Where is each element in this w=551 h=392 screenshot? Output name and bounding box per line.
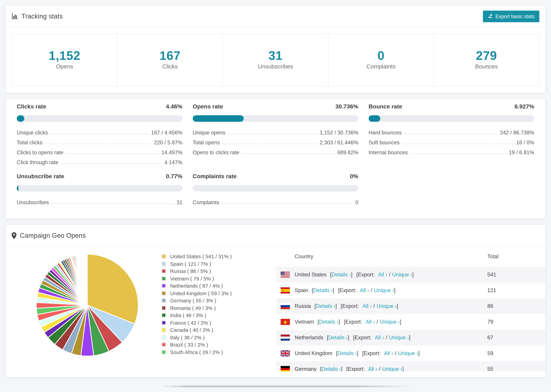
legend-label: Germany ( 55 / 3% ): [170, 298, 216, 304]
export-all-link[interactable]: All ›: [384, 350, 393, 356]
bracket: ]: [357, 350, 359, 356]
legend-label: Netherlands ( 67 / 4% ): [170, 283, 223, 289]
details-link[interactable]: Details ›: [338, 350, 357, 356]
bracket: ]: [412, 272, 414, 277]
rate-row-label: Complaints: [193, 199, 219, 207]
legend-swatch: [162, 328, 166, 332]
legend-label: Spain ( 121 / 7% ): [170, 261, 211, 267]
bracket: ]: [394, 287, 396, 293]
stat-value: 279: [434, 49, 539, 63]
export-all-link[interactable]: All ›: [366, 319, 375, 325]
rate-progress-fill: [369, 115, 380, 122]
legend-item: Italy ( 36 / 2% ): [162, 334, 264, 341]
export-unique-link[interactable]: Unique ›: [377, 303, 397, 309]
table-row: United States [Details ›] [Export: All ›…: [276, 267, 545, 283]
geo-pie-chart: [35, 253, 139, 357]
slash: /: [386, 335, 387, 340]
export-unique-link[interactable]: Unique ›: [389, 335, 409, 340]
legend-item: United States ( 541 / 31% ): [162, 253, 264, 260]
legend-item: South Africa ( 29 / 2% ): [162, 348, 264, 356]
legend-label: France ( 42 / 2% ): [170, 320, 211, 326]
stat-value: 167: [117, 49, 222, 63]
export-all-link[interactable]: All ›: [375, 335, 384, 340]
stat-label: Unsubscribes: [223, 63, 328, 70]
legend-item: Canada ( 40 / 2% ): [162, 326, 264, 334]
geo-opens-title: Campaign Geo Opens: [12, 232, 86, 239]
country-cell: United States [Details ›] [Export: All ›…: [295, 272, 487, 278]
dotted-leader: [402, 144, 514, 144]
stat-value: 1,152: [12, 49, 117, 63]
rate-progress-fill: [17, 115, 24, 122]
country-flag-icon: [281, 335, 290, 341]
legend-item: France ( 42 / 2% ): [162, 319, 264, 326]
export-label: [Export:: [344, 319, 362, 325]
bracket: ]: [348, 335, 349, 340]
table-row: Germany [Details ›] [Export: All ›/Uniqu…: [276, 361, 545, 371]
export-unique-link[interactable]: Unique ›: [382, 366, 402, 371]
dotted-leader: [61, 163, 162, 164]
legend-swatch: [162, 269, 166, 273]
details-link[interactable]: Details ›: [316, 303, 335, 309]
rate-detail-row: Total opens 2,303 / 61.446%: [193, 137, 358, 147]
legend-item: Brazil ( 33 / 2% ): [162, 341, 264, 348]
rate-row-label: Opens to clicks rate: [193, 149, 239, 157]
export-label: [Export:: [362, 350, 381, 356]
country-flag-icon: [281, 350, 290, 357]
geo-table: Country Total United States [Details ›] …: [276, 252, 545, 371]
export-unique-link[interactable]: Unique ›: [374, 287, 394, 293]
dotted-leader: [242, 154, 335, 154]
rate-row-value: 689.82%: [338, 149, 358, 157]
export-unique-link[interactable]: Unique ›: [380, 319, 400, 325]
rate-row-label: Unsubscribes: [17, 199, 49, 207]
details-link[interactable]: Details ›: [319, 319, 339, 325]
stat-value: 31: [223, 49, 328, 63]
rate-row-label: Soft bounces: [369, 140, 400, 147]
legend-label: Brazil ( 33 / 2% ): [170, 342, 208, 348]
export-all-link[interactable]: All ›: [362, 303, 372, 309]
rate-progress-track: [17, 115, 182, 122]
export-label: [Export:: [346, 366, 365, 371]
bracket: ]: [333, 287, 334, 293]
bracket: ]: [402, 366, 404, 371]
rate-value: 0%: [350, 173, 358, 180]
legend-swatch: [162, 335, 166, 340]
details-link[interactable]: Details ›: [313, 287, 333, 293]
horizontal-scrollbar-thumb[interactable]: [161, 385, 414, 387]
country-flag-icon: [281, 272, 290, 278]
rate-block: Opens rate 30.736% Unique opens: [193, 103, 358, 167]
legend-item: Vietnam ( 79 / 5% ): [162, 275, 264, 282]
table-row: Vietnam [Details ›] [Export: All ›/Uniqu…: [276, 314, 545, 330]
details-link[interactable]: Details ›: [322, 366, 341, 371]
rate-detail-row: Soft bounces 18 / 0%: [369, 137, 534, 147]
export-basic-stats-button[interactable]: Export basic stats: [483, 10, 539, 22]
rate-value: 6.927%: [515, 103, 534, 110]
bracket: ]: [335, 303, 337, 309]
rate-detail-rows: Hard bounces 242 / 86.738% Soft bounces …: [369, 127, 534, 157]
export-all-link[interactable]: All ›: [360, 287, 369, 293]
dotted-leader: [51, 203, 174, 204]
export-unique-link[interactable]: Unique ›: [398, 350, 418, 356]
rate-progress-fill: [17, 185, 19, 192]
export-unique-link[interactable]: Unique ›: [392, 272, 412, 277]
rate-progress-fill: [193, 115, 244, 122]
legend-swatch: [162, 350, 166, 354]
details-link[interactable]: Details ›: [332, 272, 351, 277]
details-link[interactable]: Details ›: [328, 335, 348, 340]
stat-label: Complaints: [328, 63, 433, 70]
total-cell: 541: [487, 272, 545, 278]
table-row: United Kingdom [Details ›] [Export: All …: [276, 345, 545, 361]
slash: /: [389, 272, 390, 277]
country-cell: Russia [Details ›] [Export: All ›/Unique…: [295, 303, 487, 309]
rate-block-header: Complaints rate 0%: [193, 173, 358, 180]
rates-grid: Clicks rate 4.46% Unique clicks: [6, 98, 545, 219]
rate-value: 4.46%: [166, 103, 182, 110]
rate-row-value: 2,303 / 61.446%: [320, 140, 358, 147]
rate-row-label: Click through rate: [17, 159, 58, 167]
rate-block-header: Bounce rate 6.927%: [369, 103, 534, 110]
rate-detail-row: Opens to clicks rate 689.82%: [193, 147, 358, 157]
export-label: [Export:: [338, 287, 356, 293]
export-all-link[interactable]: All ›: [368, 366, 377, 371]
dotted-leader: [45, 144, 152, 144]
export-all-link[interactable]: All ›: [378, 272, 387, 277]
rate-block: Bounce rate 6.927% Hard bounces: [369, 103, 534, 167]
